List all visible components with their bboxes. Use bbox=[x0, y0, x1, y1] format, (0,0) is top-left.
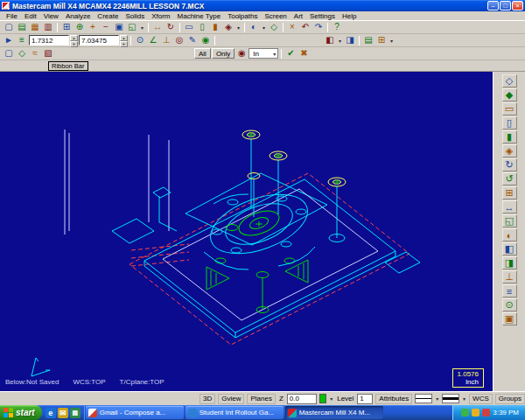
autocursor-config-icon[interactable]: ≡ bbox=[16, 35, 28, 46]
wireframe-icon[interactable]: ◇ bbox=[268, 22, 280, 33]
menu-solids[interactable]: Solids bbox=[122, 12, 148, 20]
spin-icon[interactable]: ↺ bbox=[502, 172, 517, 186]
gview-front-icon[interactable]: ▯ bbox=[196, 22, 208, 33]
graphics-viewport[interactable]: Below:Not Saved WCS:TOP T/Cplane:TOP 1.0… bbox=[0, 72, 493, 391]
point-style-icon[interactable]: ⊙ bbox=[502, 298, 517, 312]
shade-icon[interactable]: ◐ bbox=[248, 22, 260, 33]
menu-help[interactable]: Help bbox=[339, 12, 360, 20]
zoom-target-icon[interactable]: ⊕ bbox=[74, 22, 86, 33]
minimize-button[interactable]: – bbox=[487, 1, 499, 10]
level-manager-icon[interactable]: ≡ bbox=[502, 284, 517, 298]
grid-settings-icon[interactable]: ⊞ bbox=[375, 35, 388, 46]
grid-toggle-icon[interactable]: ▣ bbox=[502, 312, 517, 326]
update-tray-icon[interactable] bbox=[472, 409, 480, 416]
gview-side-icon[interactable]: ▮ bbox=[209, 22, 221, 33]
z-depth-icon[interactable]: ⊥ bbox=[502, 270, 517, 284]
menu-file[interactable]: File bbox=[3, 12, 21, 20]
zoom-in-icon[interactable]: + bbox=[87, 22, 99, 33]
y-coordinate-field[interactable] bbox=[79, 35, 119, 46]
autocursor-icon[interactable]: ► bbox=[3, 35, 15, 46]
select-polygon-icon[interactable]: ◇ bbox=[16, 48, 28, 60]
gview-top-icon[interactable]: ▭ bbox=[183, 22, 195, 33]
menu-create[interactable]: Create bbox=[94, 12, 122, 20]
email-icon[interactable]: ✉ bbox=[58, 408, 68, 418]
undo-icon[interactable]: ↶ bbox=[299, 22, 312, 33]
select-area-icon[interactable]: ▧ bbox=[42, 48, 54, 60]
menu-toolpaths[interactable]: Toolpaths bbox=[224, 12, 261, 20]
select-only-button[interactable]: Only bbox=[212, 48, 234, 59]
pan-icon[interactable]: ↔ bbox=[502, 200, 517, 214]
select-single-radio-icon[interactable]: ◉ bbox=[235, 48, 248, 60]
shade-dropdown-arrow-icon[interactable]: ▾ bbox=[261, 24, 267, 31]
zoom-dropdown-arrow-icon[interactable]: ▾ bbox=[139, 24, 145, 31]
internet-explorer-icon[interactable]: e bbox=[46, 408, 56, 418]
clear-selection-icon[interactable]: ✖ bbox=[298, 48, 310, 60]
antivirus-tray-icon[interactable] bbox=[482, 409, 490, 416]
section-view-icon[interactable]: ◨ bbox=[344, 35, 356, 46]
spinner-down-icon[interactable]: ▾ bbox=[120, 41, 128, 47]
gview-right-icon[interactable]: ▮ bbox=[502, 130, 517, 144]
spinner-up-icon[interactable]: ▴ bbox=[120, 35, 128, 41]
gview-isometric-icon[interactable]: ◈ bbox=[502, 144, 517, 158]
menu-machine-type[interactable]: Machine Type bbox=[174, 12, 225, 20]
cplane-select-icon[interactable]: ◧ bbox=[502, 242, 517, 256]
line-width-arrow-icon[interactable]: ▾ bbox=[462, 396, 466, 402]
zoom-window-icon[interactable]: ⊞ bbox=[502, 186, 517, 200]
dynamic-rotate-icon[interactable]: ↻ bbox=[164, 22, 177, 33]
gview-cplane-icon[interactable]: ◆ bbox=[502, 88, 517, 102]
grid-dropdown-arrow-icon[interactable]: ▾ bbox=[388, 38, 395, 44]
color-dropdown-arrow-icon[interactable]: ▾ bbox=[329, 396, 333, 402]
menu-settings[interactable]: Settings bbox=[306, 12, 339, 20]
x-coordinate-field[interactable] bbox=[29, 35, 69, 46]
wcs-select-icon[interactable]: ◨ bbox=[502, 256, 517, 270]
selection-mode-dropdown[interactable]: In ▾ bbox=[248, 48, 278, 59]
end-selection-icon[interactable]: ✔ bbox=[284, 48, 297, 60]
plane-dropdown-arrow-icon[interactable]: ▾ bbox=[337, 38, 343, 44]
menu-art[interactable]: Art bbox=[290, 12, 306, 20]
gview-button[interactable]: Gview bbox=[218, 394, 244, 404]
select-all-button[interactable]: All bbox=[194, 48, 211, 59]
wcs-button[interactable]: WCS bbox=[469, 394, 493, 404]
groups-button[interactable]: Groups bbox=[495, 394, 525, 404]
open-file-icon[interactable]: ▤ bbox=[16, 22, 28, 33]
close-button[interactable]: × bbox=[512, 1, 523, 10]
line-style-dropdown[interactable] bbox=[415, 394, 432, 403]
taskbar-task-mastercam[interactable]: Mastercam Mill X4 M... bbox=[285, 406, 383, 419]
z-depth-field[interactable] bbox=[287, 394, 317, 404]
gview-front-icon[interactable]: ▯ bbox=[502, 116, 517, 130]
menu-view[interactable]: View bbox=[40, 12, 62, 20]
point-center-icon[interactable]: ◎ bbox=[173, 35, 186, 46]
gview-wcs-icon[interactable]: ◇ bbox=[502, 74, 517, 88]
help-icon[interactable]: ? bbox=[331, 22, 343, 33]
select-window-icon[interactable]: ▢ bbox=[3, 48, 15, 60]
point-origin-icon[interactable]: ⊙ bbox=[134, 35, 146, 46]
save-file-icon[interactable]: ▦ bbox=[29, 22, 41, 33]
maximize-button[interactable]: □ bbox=[500, 1, 511, 10]
menu-edit[interactable]: Edit bbox=[21, 12, 40, 20]
line-style-arrow-icon[interactable]: ▾ bbox=[435, 396, 439, 402]
point-angle-icon[interactable]: ∠ bbox=[147, 35, 159, 46]
taskbar-task-student[interactable]: Student Int Rollout Ga... bbox=[186, 406, 284, 419]
fit-screen-icon[interactable]: ◱ bbox=[502, 214, 517, 228]
menu-screen[interactable]: Screen bbox=[261, 12, 290, 20]
pan-icon[interactable]: ↔ bbox=[151, 22, 164, 33]
new-file-icon[interactable]: ▢ bbox=[3, 22, 15, 33]
zoom-fit-icon[interactable]: ◱ bbox=[126, 22, 138, 33]
gview-top-icon[interactable]: ▭ bbox=[502, 102, 517, 116]
point-perpendicular-icon[interactable]: ⊥ bbox=[160, 35, 172, 46]
level-manager-icon[interactable]: ▤ bbox=[362, 35, 374, 46]
line-width-dropdown[interactable] bbox=[442, 394, 459, 403]
redo-icon[interactable]: ↷ bbox=[312, 22, 325, 33]
level-field[interactable] bbox=[357, 394, 373, 404]
dynamic-rotate-icon[interactable]: ↻ bbox=[502, 158, 517, 172]
start-button[interactable]: start bbox=[0, 405, 42, 420]
sketch-icon[interactable]: ✎ bbox=[186, 35, 199, 46]
zoom-out-icon[interactable]: − bbox=[100, 22, 112, 33]
unzoom-icon[interactable]: ▣ bbox=[113, 22, 125, 33]
taskbar-task-gmail[interactable]: Gmail - Compose a... bbox=[86, 406, 184, 419]
show-desktop-icon[interactable]: ▤ bbox=[70, 408, 80, 418]
spinner-up-icon[interactable]: ▴ bbox=[70, 35, 78, 41]
3d-toggle-button[interactable]: 3D bbox=[200, 394, 215, 404]
entity-color-swatch[interactable] bbox=[319, 394, 326, 403]
gview-isometric-icon[interactable]: ◈ bbox=[222, 22, 234, 33]
